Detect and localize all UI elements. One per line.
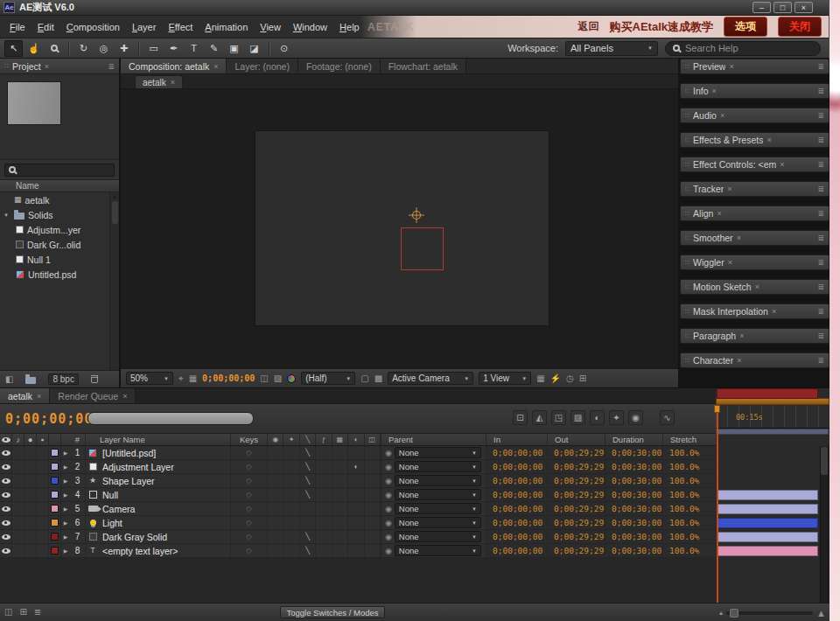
out-value[interactable]: 0;00;29;29: [548, 446, 606, 459]
expander-icon[interactable]: ▶: [61, 446, 70, 459]
switch-cell[interactable]: [284, 460, 299, 473]
composition-viewport[interactable]: [121, 89, 678, 368]
label-cell[interactable]: [49, 446, 61, 459]
parent-column-header[interactable]: Parent: [382, 434, 486, 445]
visibility-cell[interactable]: [0, 530, 12, 543]
stretch-value[interactable]: 100.0%: [663, 460, 716, 473]
title-bar[interactable]: Ae AE测试 V6.0 – □ ×: [0, 0, 829, 16]
switch-cell[interactable]: [284, 446, 299, 459]
duration-column-header[interactable]: Duration: [606, 434, 663, 445]
timeline-tab-aetalk[interactable]: aetalk ×: [0, 388, 50, 403]
panel-menu-icon[interactable]: ≣: [108, 62, 115, 71]
number-column-header[interactable]: #: [70, 434, 86, 445]
layer-row[interactable]: ▶ 7 Dark Gray Solid ◇ ╲ ◉None▼ 0;00;00;0…: [0, 530, 716, 544]
brush-tool[interactable]: ✎: [205, 40, 223, 57]
resolution-dropdown[interactable]: (Half) ▼: [301, 372, 355, 385]
expander-icon[interactable]: ▶: [61, 474, 70, 487]
switch-cell[interactable]: [284, 502, 299, 515]
keyframe-navigator[interactable]: ◇: [231, 488, 268, 501]
switch-cell[interactable]: [332, 516, 348, 529]
pick-whip-icon[interactable]: ◉: [385, 491, 392, 499]
zoom-in-icon[interactable]: ▲: [816, 608, 826, 618]
puppet-pin-tool[interactable]: ⊙: [275, 40, 293, 57]
switch-cell[interactable]: [348, 544, 364, 557]
label-color-swatch[interactable]: [51, 449, 59, 457]
name-column-header[interactable]: Name: [0, 179, 119, 192]
close-icon[interactable]: ×: [737, 356, 741, 365]
menu-effect[interactable]: Effect: [162, 22, 199, 32]
layer-duration-bar[interactable]: [717, 532, 818, 542]
quality-switch[interactable]: ╲: [300, 544, 316, 557]
maximize-button[interactable]: □: [774, 2, 792, 13]
item-name[interactable]: Null 1: [27, 255, 51, 265]
time-navigator-bar[interactable]: [716, 398, 830, 405]
parent-dropdown[interactable]: None▼: [395, 475, 481, 486]
switch-cell[interactable]: [365, 446, 381, 459]
project-item-null[interactable]: Null 1: [0, 252, 119, 267]
timeline-tab-render-queue[interactable]: Render Queue ×: [50, 388, 136, 403]
menu-animation[interactable]: Animation: [199, 22, 254, 32]
panel-menu-icon[interactable]: ≣: [817, 307, 824, 316]
grid-icon[interactable]: ▦: [189, 373, 197, 383]
close-icon[interactable]: ×: [37, 392, 41, 401]
comp-mini-tab[interactable]: aetalk ×: [135, 75, 183, 88]
label-cell[interactable]: [49, 460, 61, 473]
in-value[interactable]: 0;00;00;00: [486, 446, 548, 459]
label-cell[interactable]: [49, 516, 61, 529]
out-value[interactable]: 0;00;29;29: [548, 544, 606, 557]
duration-value[interactable]: 0;00;30;00: [606, 516, 663, 529]
visibility-cell[interactable]: [0, 460, 12, 473]
switch-cell[interactable]: [332, 446, 348, 459]
menu-edit[interactable]: Edit: [32, 22, 60, 32]
in-value[interactable]: 0;00;00;00: [486, 488, 548, 501]
label-cell[interactable]: [49, 544, 61, 557]
visibility-cell[interactable]: [0, 544, 12, 557]
lock-cell[interactable]: [37, 544, 49, 557]
layer-duration-bar[interactable]: [717, 388, 818, 399]
visibility-cell[interactable]: [0, 446, 12, 459]
menu-view[interactable]: View: [254, 22, 287, 32]
expand-layer-switches-icon[interactable]: ◫: [4, 607, 12, 617]
project-scrollbar[interactable]: ▲: [109, 192, 119, 370]
switch-cell[interactable]: [268, 446, 284, 459]
layer-name[interactable]: <empty text layer>: [100, 544, 231, 557]
layer-duration-bar[interactable]: [717, 518, 818, 528]
pick-whip-icon[interactable]: ◉: [385, 547, 392, 555]
switch-cell[interactable]: [332, 488, 348, 501]
in-value[interactable]: 0;00;00;00: [486, 544, 548, 557]
item-name[interactable]: Solids: [28, 210, 53, 220]
switch-cell[interactable]: [365, 474, 381, 487]
switch-cell[interactable]: [348, 488, 364, 501]
in-value[interactable]: 0;00;00;00: [486, 516, 548, 529]
layer-bounding-box[interactable]: [401, 227, 444, 270]
out-column-header[interactable]: Out: [548, 434, 606, 445]
close-icon[interactable]: ×: [728, 258, 732, 267]
lock-cell[interactable]: [37, 460, 49, 473]
label-color-swatch[interactable]: [51, 519, 59, 527]
expander-icon[interactable]: ▶: [61, 516, 70, 529]
project-item-solid[interactable]: Dark Gr...olid: [0, 237, 119, 252]
out-value[interactable]: 0;00;29;29: [548, 488, 606, 501]
type-tool[interactable]: T: [185, 40, 203, 57]
solo-cell[interactable]: [24, 460, 37, 473]
parent-dropdown[interactable]: None▼: [395, 489, 481, 500]
layer-row[interactable]: ▶ 8 T <empty text layer> ◇ ╲ ◉None▼ 0;00…: [0, 544, 716, 558]
zoom-out-icon[interactable]: ▴: [719, 609, 723, 617]
layer-name[interactable]: [Untitled.psd]: [100, 446, 231, 459]
magnification-dropdown[interactable]: 50% ▼: [126, 372, 173, 385]
folder-expander-icon[interactable]: ▼: [4, 213, 10, 218]
auto-keyframe-icon[interactable]: ◉: [628, 410, 643, 425]
current-time-display[interactable]: 0;00;00;00: [5, 411, 93, 427]
audio-cell[interactable]: [12, 488, 24, 501]
audio-cell[interactable]: [12, 544, 24, 557]
out-value[interactable]: 0;00;29;29: [548, 474, 606, 487]
view-layout-dropdown[interactable]: 1 View ▼: [479, 372, 531, 385]
quality-switch[interactable]: ╲: [300, 460, 316, 473]
channel-icon[interactable]: [287, 374, 296, 383]
panel-menu-icon[interactable]: ≣: [817, 62, 824, 71]
in-value[interactable]: 0;00;00;00: [486, 530, 548, 543]
switch-cell[interactable]: [268, 516, 284, 529]
hand-tool[interactable]: ☝: [24, 40, 43, 57]
close-icon[interactable]: ×: [780, 160, 784, 169]
unified-camera-tool[interactable]: ◎: [94, 40, 113, 57]
